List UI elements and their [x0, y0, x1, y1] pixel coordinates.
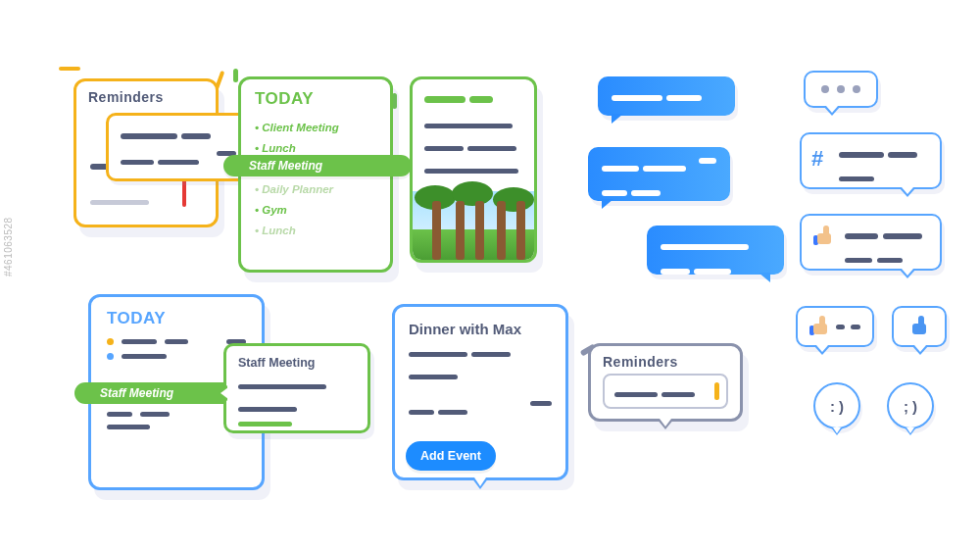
speech-tail [813, 345, 831, 355]
accent-stub [233, 69, 238, 82]
yellow-marker [714, 382, 719, 400]
hash-icon: # [811, 146, 823, 172]
like-bubble[interactable] [800, 214, 942, 271]
list-item[interactable]: Lunch [255, 220, 376, 240]
speech-tail [899, 269, 916, 278]
add-event-button[interactable]: Add Event [406, 441, 496, 471]
chat-bubble-received[interactable] [647, 226, 784, 275]
reminder-item[interactable] [603, 374, 728, 409]
speech-tail [612, 114, 623, 124]
chat-bubble-sent[interactable] [588, 147, 730, 201]
placeholder-lines [395, 343, 565, 419]
today-list: Client Meeting Lunch x Daily Planner Gym… [241, 113, 390, 244]
accent-stub [59, 67, 80, 71]
dot [853, 85, 860, 93]
speech-tail [602, 199, 613, 209]
speech-tail [899, 187, 916, 197]
speech-tail [823, 106, 841, 116]
thumbs-up-icon [809, 316, 830, 337]
list-item[interactable]: Daily Planner [255, 178, 376, 199]
speech-tail [471, 477, 489, 489]
hashtag-bubble[interactable]: # [800, 132, 942, 189]
list-item[interactable]: Client Meeting [255, 117, 376, 137]
dot [821, 85, 829, 93]
emoji-wink-bubble[interactable]: ; ) [887, 382, 934, 429]
green-accent [238, 422, 292, 427]
typing-indicator-bubble [804, 71, 878, 108]
speech-tail [905, 427, 916, 435]
speech-tail [657, 419, 674, 429]
dot [837, 85, 845, 93]
chat-bubble-sent[interactable] [598, 76, 735, 116]
emoji-smile-bubble[interactable]: : ) [813, 382, 860, 429]
staff-meeting-popover[interactable]: Staff Meeting [223, 343, 370, 433]
thumbs-up-icon [813, 226, 835, 247]
thumbs-up-bubble[interactable] [796, 306, 874, 347]
stock-watermark: #461063528 [3, 217, 14, 276]
landscape-image [413, 191, 534, 260]
today-title: TODAY [241, 79, 390, 113]
speech-tail [911, 345, 929, 355]
event-title: Dinner with Max [395, 307, 565, 343]
speech-tail [759, 273, 770, 282]
today-title: TODAY [91, 297, 262, 334]
list-item[interactable]: Gym [255, 199, 376, 220]
reminders-title: Reminders [591, 346, 740, 372]
staff-meeting-banner[interactable]: Staff Meeting [223, 155, 412, 176]
document-preview-card[interactable] [410, 76, 537, 263]
reminders-title: Reminders [76, 81, 216, 109]
reminders-card-grey[interactable]: Reminders [588, 343, 743, 422]
thumbs-up-bubble[interactable] [892, 306, 947, 347]
speech-tail [831, 427, 843, 435]
speech-tail [218, 385, 227, 401]
thumbs-up-icon [908, 316, 930, 337]
popover-title: Staff Meeting [238, 356, 356, 370]
